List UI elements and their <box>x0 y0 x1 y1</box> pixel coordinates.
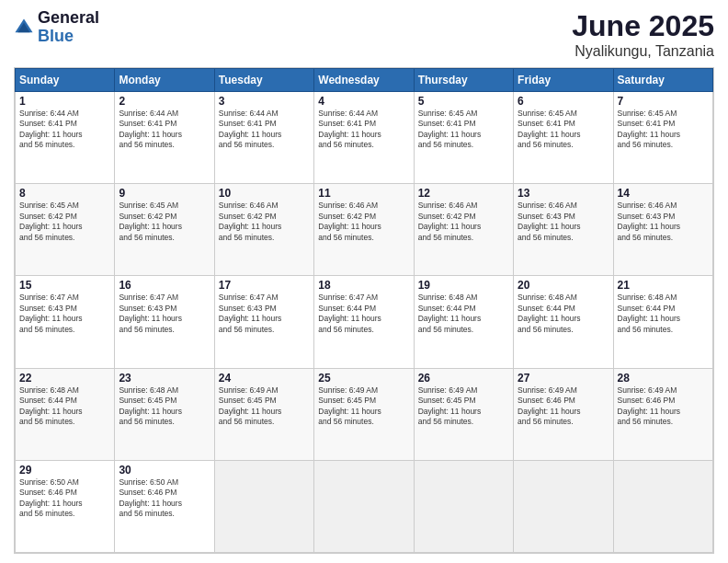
day-number: 8 <box>19 187 110 200</box>
table-row: 25 Sunrise: 6:49 AMSunset: 6:45 PMDaylig… <box>314 368 414 460</box>
table-row: 24 Sunrise: 6:49 AMSunset: 6:45 PMDaylig… <box>214 368 313 460</box>
table-row: 27 Sunrise: 6:49 AMSunset: 6:46 PMDaylig… <box>514 368 613 460</box>
day-number: 30 <box>119 464 210 477</box>
table-row: 22 Sunrise: 6:48 AMSunset: 6:44 PMDaylig… <box>16 368 115 460</box>
day-info: Sunrise: 6:45 AMSunset: 6:42 PMDaylight:… <box>19 201 83 241</box>
table-row <box>214 460 313 552</box>
table-row: 19 Sunrise: 6:48 AMSunset: 6:44 PMDaylig… <box>414 276 513 368</box>
col-tuesday: Tuesday <box>214 69 313 92</box>
day-info: Sunrise: 6:47 AMSunset: 6:43 PMDaylight:… <box>19 293 83 333</box>
day-number: 13 <box>518 187 609 200</box>
col-saturday: Saturday <box>613 69 712 92</box>
day-number: 11 <box>318 187 409 200</box>
table-row: 11 Sunrise: 6:46 AMSunset: 6:42 PMDaylig… <box>314 184 414 276</box>
table-row: 29 Sunrise: 6:50 AMSunset: 6:46 PMDaylig… <box>16 460 115 552</box>
table-row: 3 Sunrise: 6:44 AMSunset: 6:41 PMDayligh… <box>214 92 313 184</box>
table-row: 1 Sunrise: 6:44 AMSunset: 6:41 PMDayligh… <box>16 92 115 184</box>
col-friday: Friday <box>514 69 613 92</box>
title-block: June 2025 Nyalikungu, Tanzania <box>572 9 714 60</box>
day-number: 18 <box>318 279 409 292</box>
table-row <box>414 460 513 552</box>
col-thursday: Thursday <box>414 69 513 92</box>
logo-general: General <box>38 9 99 28</box>
day-number: 28 <box>618 372 709 385</box>
day-number: 12 <box>418 187 509 200</box>
day-info: Sunrise: 6:47 AMSunset: 6:43 PMDaylight:… <box>119 293 182 333</box>
table-row: 2 Sunrise: 6:44 AMSunset: 6:41 PMDayligh… <box>115 92 214 184</box>
day-info: Sunrise: 6:47 AMSunset: 6:44 PMDaylight:… <box>318 293 381 333</box>
day-number: 4 <box>318 95 409 108</box>
day-info: Sunrise: 6:46 AMSunset: 6:42 PMDaylight:… <box>219 201 282 241</box>
calendar: Sunday Monday Tuesday Wednesday Thursday… <box>14 67 714 554</box>
day-number: 7 <box>618 95 709 108</box>
day-number: 22 <box>19 372 110 385</box>
day-info: Sunrise: 6:48 AMSunset: 6:45 PMDaylight:… <box>119 385 182 426</box>
table-row: 4 Sunrise: 6:44 AMSunset: 6:41 PMDayligh… <box>314 92 414 184</box>
calendar-header-row: Sunday Monday Tuesday Wednesday Thursday… <box>16 69 713 92</box>
day-info: Sunrise: 6:48 AMSunset: 6:44 PMDaylight:… <box>518 293 581 333</box>
table-row: 15 Sunrise: 6:47 AMSunset: 6:43 PMDaylig… <box>16 276 115 368</box>
col-monday: Monday <box>115 69 214 92</box>
day-info: Sunrise: 6:44 AMSunset: 6:41 PMDaylight:… <box>19 109 83 149</box>
day-number: 24 <box>219 372 310 385</box>
day-number: 23 <box>119 372 210 385</box>
day-info: Sunrise: 6:48 AMSunset: 6:44 PMDaylight:… <box>418 293 482 333</box>
table-row: 6 Sunrise: 6:45 AMSunset: 6:41 PMDayligh… <box>514 92 613 184</box>
table-row: 17 Sunrise: 6:47 AMSunset: 6:43 PMDaylig… <box>214 276 313 368</box>
table-row <box>613 460 712 552</box>
day-info: Sunrise: 6:49 AMSunset: 6:46 PMDaylight:… <box>518 385 581 426</box>
table-row: 13 Sunrise: 6:46 AMSunset: 6:43 PMDaylig… <box>514 184 613 276</box>
table-row: 21 Sunrise: 6:48 AMSunset: 6:44 PMDaylig… <box>613 276 712 368</box>
table-row: 9 Sunrise: 6:45 AMSunset: 6:42 PMDayligh… <box>115 184 214 276</box>
table-row: 10 Sunrise: 6:46 AMSunset: 6:42 PMDaylig… <box>214 184 313 276</box>
day-number: 6 <box>518 95 609 108</box>
day-number: 26 <box>418 372 509 385</box>
day-info: Sunrise: 6:49 AMSunset: 6:45 PMDaylight:… <box>418 385 482 426</box>
table-row: 20 Sunrise: 6:48 AMSunset: 6:44 PMDaylig… <box>514 276 613 368</box>
table-row: 14 Sunrise: 6:46 AMSunset: 6:43 PMDaylig… <box>613 184 712 276</box>
day-info: Sunrise: 6:50 AMSunset: 6:46 PMDaylight:… <box>19 477 83 518</box>
day-number: 21 <box>618 279 709 292</box>
table-row: 16 Sunrise: 6:47 AMSunset: 6:43 PMDaylig… <box>115 276 214 368</box>
day-info: Sunrise: 6:49 AMSunset: 6:46 PMDaylight:… <box>618 385 681 426</box>
day-number: 16 <box>119 279 210 292</box>
logo-icon <box>14 17 34 38</box>
page: General Blue June 2025 Nyalikungu, Tanza… <box>0 0 728 563</box>
day-number: 29 <box>19 464 110 477</box>
day-info: Sunrise: 6:44 AMSunset: 6:41 PMDaylight:… <box>119 109 182 149</box>
day-number: 14 <box>618 187 709 200</box>
day-info: Sunrise: 6:46 AMSunset: 6:42 PMDaylight:… <box>318 201 381 241</box>
day-number: 25 <box>318 372 409 385</box>
table-row: 7 Sunrise: 6:45 AMSunset: 6:41 PMDayligh… <box>613 92 712 184</box>
day-info: Sunrise: 6:44 AMSunset: 6:41 PMDaylight:… <box>318 109 381 149</box>
day-number: 3 <box>219 95 310 108</box>
table-row <box>314 460 414 552</box>
day-info: Sunrise: 6:45 AMSunset: 6:42 PMDaylight:… <box>119 201 182 241</box>
day-info: Sunrise: 6:46 AMSunset: 6:43 PMDaylight:… <box>618 201 681 241</box>
day-info: Sunrise: 6:49 AMSunset: 6:45 PMDaylight:… <box>318 385 381 426</box>
table-row: 23 Sunrise: 6:48 AMSunset: 6:45 PMDaylig… <box>115 368 214 460</box>
day-info: Sunrise: 6:47 AMSunset: 6:43 PMDaylight:… <box>219 293 282 333</box>
day-info: Sunrise: 6:45 AMSunset: 6:41 PMDaylight:… <box>618 109 681 149</box>
day-number: 1 <box>19 95 110 108</box>
table-row: 12 Sunrise: 6:46 AMSunset: 6:42 PMDaylig… <box>414 184 513 276</box>
table-row: 8 Sunrise: 6:45 AMSunset: 6:42 PMDayligh… <box>16 184 115 276</box>
col-wednesday: Wednesday <box>314 69 414 92</box>
day-number: 2 <box>119 95 210 108</box>
day-number: 5 <box>418 95 509 108</box>
day-number: 19 <box>418 279 509 292</box>
day-number: 20 <box>518 279 609 292</box>
day-number: 17 <box>219 279 310 292</box>
day-info: Sunrise: 6:49 AMSunset: 6:45 PMDaylight:… <box>219 385 282 426</box>
day-info: Sunrise: 6:48 AMSunset: 6:44 PMDaylight:… <box>19 385 83 426</box>
day-number: 15 <box>19 279 110 292</box>
table-row: 28 Sunrise: 6:49 AMSunset: 6:46 PMDaylig… <box>613 368 712 460</box>
col-sunday: Sunday <box>16 69 115 92</box>
day-number: 10 <box>219 187 310 200</box>
day-info: Sunrise: 6:45 AMSunset: 6:41 PMDaylight:… <box>418 109 482 149</box>
table-row: 26 Sunrise: 6:49 AMSunset: 6:45 PMDaylig… <box>414 368 513 460</box>
day-info: Sunrise: 6:50 AMSunset: 6:46 PMDaylight:… <box>119 477 182 518</box>
main-title: June 2025 <box>572 9 714 43</box>
day-info: Sunrise: 6:45 AMSunset: 6:41 PMDaylight:… <box>518 109 581 149</box>
logo: General Blue <box>14 9 99 46</box>
